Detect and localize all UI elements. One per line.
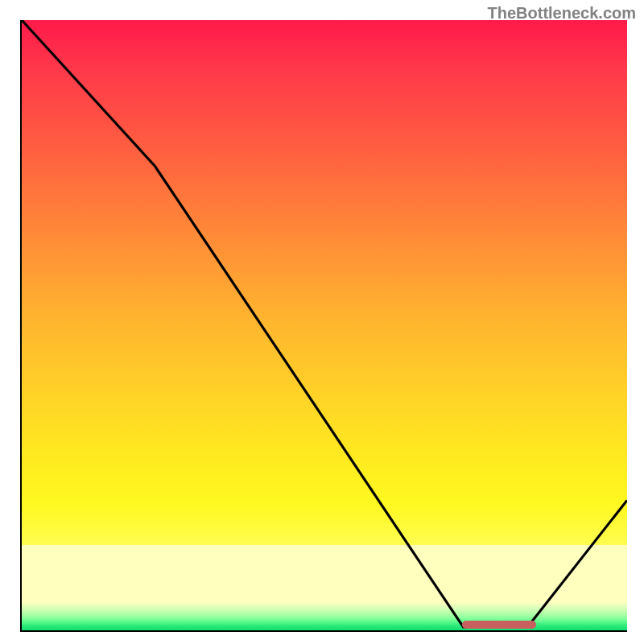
chart-marker-bar	[462, 621, 536, 629]
chart-line-path	[22, 20, 627, 627]
chart-plot-area	[20, 20, 627, 632]
watermark-text: TheBottleneck.com	[488, 4, 636, 23]
chart-line-svg	[22, 20, 627, 630]
